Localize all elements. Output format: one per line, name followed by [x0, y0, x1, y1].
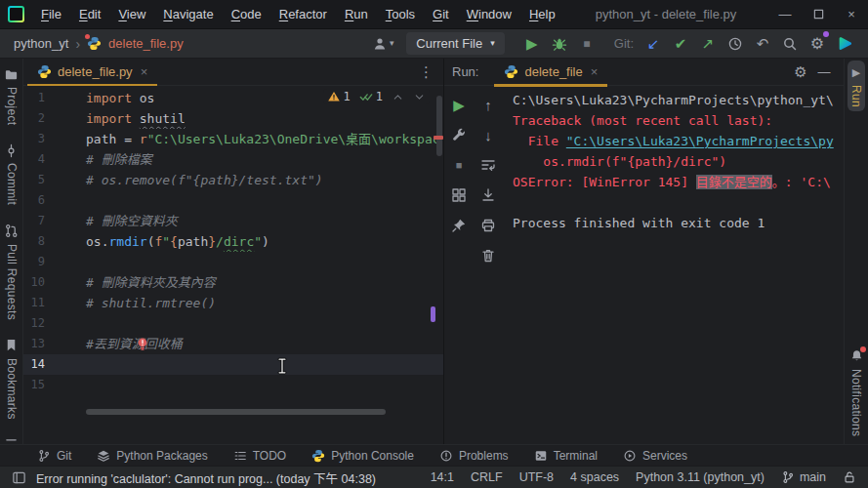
vertical-scrollbar[interactable]	[436, 96, 442, 156]
editor-line-9[interactable]: 9	[23, 252, 443, 272]
editor-line-13[interactable]: 13#丟到資源回收桶	[23, 334, 443, 354]
status-message[interactable]: Error running 'caclulator': Cannot run p…	[36, 468, 376, 487]
tab-options-button[interactable]: ⋮	[419, 63, 434, 81]
toolwindow-problems[interactable]: Problems	[439, 449, 509, 463]
menu-refactor[interactable]: Refactor	[272, 4, 334, 24]
pin-tab-button[interactable]	[450, 217, 468, 234]
settings-button[interactable]: ⚙	[804, 31, 831, 57]
rollback-button[interactable]: ↶	[749, 31, 776, 57]
menu-git[interactable]: Git	[426, 4, 456, 24]
menu-edit[interactable]: Edit	[72, 4, 107, 24]
run-configuration-selector[interactable]: Current File ▾	[406, 32, 504, 55]
chevron-down-icon[interactable]	[413, 91, 426, 103]
restore-layout-button[interactable]	[450, 186, 468, 204]
breadcrumb-project[interactable]: python_yt	[14, 36, 68, 51]
stripe-notifications[interactable]: Notifications	[848, 348, 864, 436]
inspections-widget[interactable]: 1 1	[323, 89, 430, 104]
stacktrace-link[interactable]: "C:\Users\Luka23\PycharmProjects\py	[566, 134, 834, 148]
up-stack-trace-button[interactable]: ↑	[479, 96, 497, 113]
editor-tab-delete-file[interactable]: delete_file.py ×	[27, 59, 157, 86]
editor-line-10[interactable]: 10# 刪除資料夾及其內容	[23, 272, 443, 293]
toolwindow-terminal[interactable]: Terminal	[534, 449, 598, 463]
close-tab-icon[interactable]: ×	[591, 64, 599, 79]
caret-position-widget[interactable]: 14:1	[431, 470, 454, 484]
run-button[interactable]: ▶	[518, 31, 546, 57]
editor-line-12[interactable]: 12	[23, 313, 443, 334]
maximize-button[interactable]	[802, 0, 835, 29]
warnings-indicator[interactable]: 1	[327, 90, 351, 103]
git-push-button[interactable]: ↗	[694, 31, 722, 57]
encoding-widget[interactable]: UTF-8	[519, 470, 554, 484]
editor-line-8[interactable]: 8os.rmdir(f"{path}/dirc")	[23, 231, 443, 252]
stripe-pull-requests[interactable]: Pull Requests	[4, 224, 20, 320]
editor-line-7[interactable]: 7# 刪除空資料夾	[23, 211, 443, 231]
close-tab-icon[interactable]: ×	[141, 64, 148, 79]
editor-line-11[interactable]: 11# shutil.rmtree()	[23, 293, 443, 313]
editor-line-6[interactable]: 6	[23, 190, 443, 211]
plugin-logo-button[interactable]	[831, 31, 858, 57]
git-commit-button[interactable]: ✔	[667, 31, 694, 57]
menu-file[interactable]: File	[34, 4, 68, 24]
menu-view[interactable]: View	[111, 4, 152, 24]
down-stack-trace-button[interactable]: ↓	[479, 126, 497, 143]
user-account-button[interactable]: ▾	[369, 31, 396, 57]
minimize-button[interactable]: —	[768, 0, 802, 29]
menu-tools[interactable]: Tools	[379, 4, 422, 24]
rerun-button[interactable]: ▶	[450, 96, 468, 113]
history-button[interactable]	[722, 31, 749, 57]
editor-line-5[interactable]: 5# os.remove(f"{path}/test.txt")	[23, 170, 443, 190]
editor-line-15[interactable]: 15	[23, 375, 443, 395]
soft-wrap-button[interactable]	[479, 156, 497, 174]
search-everywhere-button[interactable]	[776, 31, 804, 57]
stripe-bookmarks[interactable]: Bookmarks	[4, 338, 20, 420]
run-console-output[interactable]: C:\Users\Luka23\PycharmProjects\python_y…	[503, 86, 844, 444]
line-separator-widget[interactable]: CRLF	[471, 470, 503, 484]
toolwindow-python-packages[interactable]: Python Packages	[97, 449, 207, 463]
horizontal-scrollbar[interactable]	[86, 409, 386, 415]
editor-line-14[interactable]: 14	[23, 354, 443, 375]
breadcrumb-separator-icon: ›	[75, 36, 80, 52]
close-button[interactable]: ×	[835, 0, 868, 29]
debug-button[interactable]	[546, 31, 573, 57]
breadcrumb-file[interactable]: delete_file.py	[108, 36, 184, 51]
interpreter-widget[interactable]: Python 3.11 (python_yt)	[636, 470, 765, 484]
editor-line-2[interactable]: 2import shutil	[23, 108, 443, 129]
menu-window[interactable]: Window	[460, 4, 518, 24]
toolwindow-python-console[interactable]: Python Console	[311, 449, 414, 463]
toolwindow-todo[interactable]: TODO	[233, 449, 286, 463]
readonly-toggle[interactable]	[843, 470, 856, 484]
run-settings-button[interactable]: ⚙	[789, 60, 812, 85]
stripe-structure[interactable]: Structure	[4, 436, 20, 444]
passed-indicator[interactable]: 1	[359, 90, 383, 103]
stripe-commit[interactable]: Commit	[4, 142, 20, 205]
indent-widget[interactable]: 4 spaces	[570, 470, 619, 484]
toolwindow-git[interactable]: Git	[37, 449, 71, 463]
menu-navigate[interactable]: Navigate	[156, 4, 220, 24]
error-bulb-icon[interactable]	[135, 336, 150, 351]
git-branch-widget[interactable]: main	[781, 470, 826, 484]
editor-line-3[interactable]: 3path = r"C:\Users\Luka23\OneDrive\桌面\wo…	[23, 129, 443, 149]
code-editor[interactable]: 1import os2import shutil3path = r"C:\Use…	[23, 86, 443, 444]
pycharm-logo-icon[interactable]	[8, 6, 24, 22]
run-tab-delete-file[interactable]: delete_file ×	[494, 59, 607, 86]
menu-help[interactable]: Help	[522, 4, 562, 24]
menu-run[interactable]: Run	[338, 4, 375, 24]
structure-icon	[4, 436, 20, 444]
git-update-button[interactable]: ↙	[640, 31, 667, 57]
stop-button[interactable]: ■	[573, 31, 600, 57]
console-text: 目錄不是空的	[696, 175, 772, 189]
stripe-run[interactable]: ▶ Run	[847, 61, 865, 111]
modify-run-button[interactable]	[450, 126, 468, 143]
menu-code[interactable]: Code	[225, 4, 269, 24]
hide-panel-button[interactable]: —	[812, 60, 836, 85]
toolwindow-services[interactable]: Services	[623, 449, 687, 463]
tool-window-toggle-icon[interactable]	[12, 470, 26, 485]
editor-line-4[interactable]: 4# 刪除檔案	[23, 149, 443, 170]
stripe-project[interactable]: Project	[4, 66, 20, 125]
toolbar-actions: ▾ Current File ▾ ▶ ■ Git: ↙ ✔ ↗ ↶ ⚙	[369, 31, 868, 57]
chevron-up-icon[interactable]	[392, 91, 404, 103]
print-button[interactable]	[479, 217, 497, 234]
stop-process-button[interactable]: ■	[450, 156, 468, 174]
scroll-to-end-button[interactable]	[479, 186, 497, 204]
clear-all-button[interactable]	[479, 247, 497, 264]
